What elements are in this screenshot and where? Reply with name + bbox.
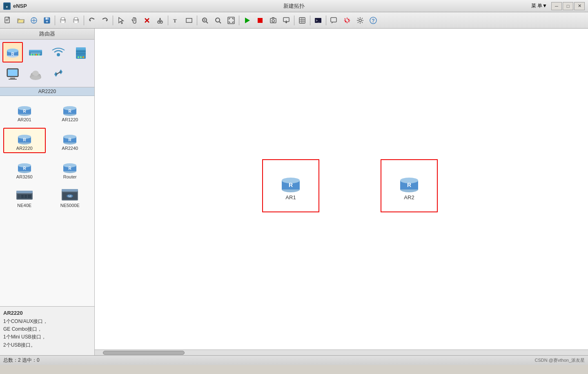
svg-rect-64 xyxy=(29,50,42,51)
svg-rect-72 xyxy=(76,47,86,50)
import-button[interactable] xyxy=(280,14,292,27)
svg-rect-11 xyxy=(46,18,47,20)
separator-9 xyxy=(326,16,326,25)
device-ne5000e[interactable]: NE NE5000E xyxy=(49,185,91,210)
settings-button[interactable] xyxy=(354,14,366,27)
rect-button[interactable] xyxy=(183,14,195,27)
svg-point-56 xyxy=(359,19,361,22)
print-prev-button[interactable] xyxy=(57,14,69,27)
device-ar2240[interactable]: R AR2240 xyxy=(49,128,91,153)
undo-button[interactable] xyxy=(86,14,98,27)
window-controls: 菜 单▼ ─ □ ✕ xyxy=(528,2,585,10)
chat-button[interactable] xyxy=(328,14,340,27)
svg-rect-15 xyxy=(61,18,65,20)
print-button[interactable] xyxy=(70,14,82,27)
separator-3 xyxy=(113,16,113,25)
svg-rect-114 xyxy=(16,191,33,193)
save-net-button[interactable] xyxy=(28,14,40,27)
left-panel: 路由器 R xyxy=(0,29,95,355)
device-ne40e[interactable]: NE40E xyxy=(3,185,46,210)
title-bar: e eNSP 新建拓扑 菜 单▼ ─ □ ✕ xyxy=(0,0,588,12)
svg-text:R: R xyxy=(11,52,14,56)
device-list-grid: R AR201 R AR1220 xyxy=(0,96,94,214)
stop-button[interactable] xyxy=(254,14,266,27)
separator-5 xyxy=(197,16,197,25)
canvas-area[interactable]: R AR1 R AR2 xyxy=(95,29,588,355)
svg-point-21 xyxy=(78,20,78,20)
svg-rect-32 xyxy=(186,18,192,22)
help-button[interactable]: ? xyxy=(367,14,379,27)
scrollbar-thumb-h[interactable] xyxy=(103,351,185,355)
svg-point-17 xyxy=(65,20,65,20)
device-ar3260[interactable]: R AR3260 xyxy=(3,156,46,182)
device-ar201[interactable]: R AR201 xyxy=(3,99,46,125)
category-cloud[interactable] xyxy=(25,64,46,85)
grid-button[interactable] xyxy=(296,14,308,27)
svg-rect-54 xyxy=(331,18,336,22)
category-router[interactable]: R xyxy=(2,42,23,62)
redo-button[interactable] xyxy=(99,14,111,27)
svg-text:R: R xyxy=(23,138,26,142)
fit-button[interactable] xyxy=(225,14,237,27)
device-ar2220[interactable]: R AR2220 xyxy=(3,128,46,153)
device-router[interactable]: R Router xyxy=(49,156,91,182)
canvas-router-ar2[interactable]: R AR2 xyxy=(381,159,438,212)
device-ne40e-label: NE40E xyxy=(17,203,31,208)
app-name: eNSP xyxy=(13,3,27,9)
svg-point-43 xyxy=(272,20,274,22)
info-panel: AR2220 1个CON/AUX接口， GE Combo接口， 1个Mini U… xyxy=(0,306,94,355)
canvas-router-ar1[interactable]: R AR1 xyxy=(262,159,319,212)
select-button[interactable] xyxy=(115,14,127,27)
svg-text:R: R xyxy=(23,166,26,171)
svg-text:T: T xyxy=(173,18,177,24)
svg-rect-79 xyxy=(8,69,18,76)
device-ar2220-label: AR2220 xyxy=(16,146,33,151)
svg-rect-19 xyxy=(74,18,78,20)
close-btn[interactable]: ✕ xyxy=(574,2,585,10)
maximize-btn[interactable]: □ xyxy=(563,2,573,10)
svg-text:R: R xyxy=(69,166,72,171)
device-ar201-label: AR201 xyxy=(18,117,31,122)
capture2-button[interactable] xyxy=(212,14,224,27)
category-link[interactable] xyxy=(48,64,69,85)
device-list: R AR201 R AR1220 xyxy=(0,96,94,306)
snapshot-button[interactable] xyxy=(267,14,279,27)
delete-button[interactable] xyxy=(141,14,153,27)
svg-line-34 xyxy=(206,22,208,23)
category-pc[interactable] xyxy=(2,64,23,85)
new-button[interactable] xyxy=(2,14,14,27)
huawei-button[interactable] xyxy=(341,14,353,27)
category-switch[interactable] xyxy=(25,42,46,62)
menu-btn[interactable]: 菜 单▼ xyxy=(528,2,550,10)
minimize-btn[interactable]: ─ xyxy=(551,2,562,10)
svg-rect-119 xyxy=(28,195,31,198)
svg-marker-40 xyxy=(245,18,250,23)
separator-1 xyxy=(55,16,55,25)
svg-rect-117 xyxy=(21,195,24,198)
horizontal-scrollbar[interactable] xyxy=(95,350,588,355)
device-icons-grid: R xyxy=(0,40,94,87)
status-right: CSDN @赛vthon_派友星 xyxy=(535,357,585,363)
svg-marker-46 xyxy=(285,22,287,23)
save-button[interactable] xyxy=(41,14,53,27)
category-wireless[interactable] xyxy=(48,42,69,62)
open-button[interactable] xyxy=(15,14,27,27)
capture-button[interactable] xyxy=(199,14,211,27)
svg-text:R: R xyxy=(69,109,72,114)
category-label: 路由器 xyxy=(0,29,94,40)
cut-button[interactable] xyxy=(154,14,166,27)
device-router-label: Router xyxy=(63,174,77,179)
status-text: 总数：2 选中：0 xyxy=(3,357,40,364)
info-title: AR2220 xyxy=(3,310,91,316)
text-button[interactable]: T xyxy=(170,14,182,27)
play-button[interactable] xyxy=(241,14,253,27)
device-ar1220[interactable]: R AR1220 xyxy=(49,99,91,125)
svg-point-77 xyxy=(82,56,84,58)
svg-rect-20 xyxy=(74,21,78,23)
category-firewall[interactable] xyxy=(71,42,91,62)
sub-category-label: AR2220 xyxy=(0,87,94,96)
main-layout: 路由器 R xyxy=(0,29,588,355)
console-button[interactable]: >_ xyxy=(312,14,324,27)
app-logo: e xyxy=(3,2,11,10)
hand-button[interactable] xyxy=(128,14,140,27)
